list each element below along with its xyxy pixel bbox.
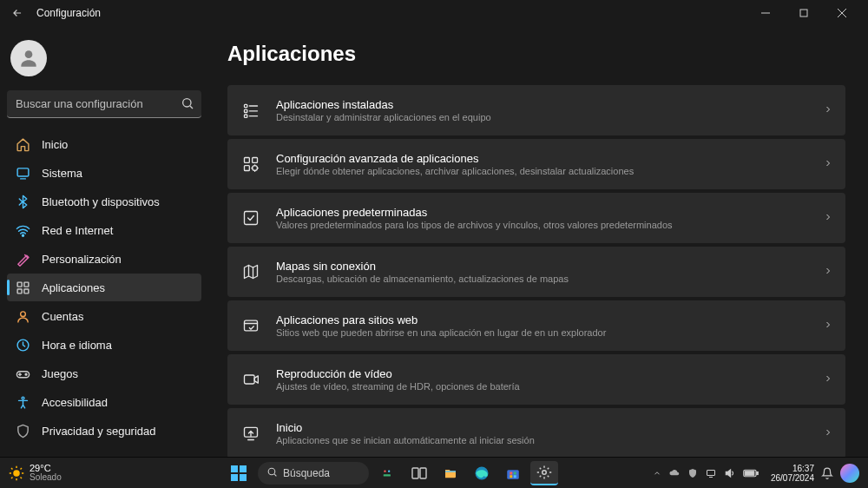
- startup-icon: [240, 422, 262, 445]
- system-tray[interactable]: [653, 467, 759, 479]
- battery-icon: [743, 469, 759, 478]
- svg-rect-28: [253, 158, 258, 163]
- sidebar-item-time[interactable]: Hora e idioma: [7, 331, 201, 359]
- home-icon: [14, 135, 31, 153]
- sidebar-item-label: Hora e idioma: [42, 339, 112, 352]
- chevron-right-icon: [823, 373, 833, 386]
- svg-point-39: [13, 470, 20, 477]
- taskbar: 29°C Soleado Búsqueda: [0, 457, 868, 488]
- settings-taskbar-button[interactable]: [530, 461, 558, 485]
- svg-rect-64: [514, 475, 516, 478]
- taskbar-search[interactable]: Búsqueda: [258, 462, 369, 485]
- svg-line-46: [11, 477, 13, 478]
- sidebar-item-network[interactable]: Red e Internet: [7, 216, 201, 244]
- svg-point-30: [253, 166, 258, 171]
- explorer-button[interactable]: [437, 461, 464, 485]
- sidebar-item-gaming[interactable]: Juegos: [7, 359, 201, 387]
- onedrive-icon: [668, 467, 681, 479]
- svg-line-45: [21, 477, 23, 478]
- maps-icon: [240, 260, 262, 283]
- card-startup[interactable]: InicioAplicaciones que se inician automá…: [227, 408, 845, 457]
- sidebar-item-label: Red e Internet: [42, 224, 113, 237]
- apps-icon: [14, 279, 31, 296]
- card-video[interactable]: Reproducción de vídeoAjustes de vídeo, s…: [227, 354, 845, 405]
- user-section[interactable]: [7, 33, 201, 87]
- sidebar-item-personal[interactable]: Personalización: [7, 245, 201, 273]
- card-list: Aplicaciones instaladasDesinstalar y adm…: [227, 85, 845, 457]
- sidebar-item-access[interactable]: Accesibilidad: [7, 388, 201, 416]
- minimize-button[interactable]: [746, 0, 785, 26]
- chevron-right-icon: [823, 158, 833, 171]
- svg-rect-23: [245, 109, 247, 112]
- defender-icon: [687, 467, 698, 479]
- search-input[interactable]: [7, 90, 201, 118]
- svg-rect-63: [510, 475, 512, 478]
- svg-rect-51: [240, 474, 247, 481]
- svg-rect-31: [245, 212, 258, 225]
- notification-icon[interactable]: [821, 467, 833, 479]
- widgets-button[interactable]: [405, 461, 433, 485]
- sidebar-item-bluetooth[interactable]: Bluetooth y dispositivos: [7, 188, 201, 215]
- card-title: Inicio: [276, 421, 823, 434]
- copilot-button[interactable]: [840, 464, 859, 483]
- card-desc: Valores predeterminados para los tipos d…: [276, 220, 823, 230]
- chevron-right-icon: [823, 266, 833, 279]
- card-installed[interactable]: Aplicaciones instaladasDesinstalar y adm…: [227, 85, 845, 135]
- svg-rect-48: [231, 465, 238, 472]
- svg-rect-25: [245, 115, 247, 117]
- svg-rect-12: [17, 288, 22, 293]
- sidebar-item-privacy[interactable]: Privacidad y seguridad: [7, 417, 201, 445]
- search-icon: [266, 465, 278, 481]
- store-button[interactable]: [499, 461, 527, 485]
- taskbar-search-label: Búsqueda: [283, 467, 330, 479]
- svg-rect-60: [507, 470, 519, 479]
- card-websites[interactable]: Aplicaciones para sitios webSitios web q…: [227, 300, 845, 351]
- task-view-button[interactable]: [374, 461, 402, 485]
- svg-rect-61: [510, 472, 512, 474]
- search-box[interactable]: [7, 90, 201, 118]
- svg-point-20: [22, 397, 24, 399]
- card-maps[interactable]: Mapas sin conexiónDescargas, ubicación d…: [227, 247, 845, 297]
- svg-point-5: [183, 99, 191, 107]
- chevron-right-icon: [823, 212, 833, 225]
- card-desc: Descargas, ubicación de almacenamiento, …: [276, 274, 823, 284]
- svg-line-53: [274, 473, 276, 475]
- privacy-icon: [14, 422, 31, 439]
- maximize-button[interactable]: [785, 0, 823, 26]
- card-defaults[interactable]: Aplicaciones predeterminadasValores pred…: [227, 193, 845, 243]
- svg-line-6: [190, 106, 193, 109]
- svg-rect-70: [745, 471, 754, 475]
- websites-icon: [240, 314, 262, 337]
- chevron-right-icon: [823, 320, 833, 333]
- clock[interactable]: 16:37 26/07/2024: [771, 464, 814, 483]
- card-advanced[interactable]: Configuración avanzada de aplicacionesEl…: [227, 139, 845, 189]
- sidebar-item-label: Cuentas: [42, 310, 83, 323]
- sidebar-item-label: Juegos: [42, 367, 78, 380]
- sidebar-item-home[interactable]: Inicio: [7, 130, 201, 158]
- video-icon: [240, 368, 262, 391]
- svg-rect-27: [245, 158, 250, 163]
- card-desc: Ajustes de vídeo, streaming de HDR, opci…: [276, 381, 823, 392]
- start-button[interactable]: [225, 461, 253, 485]
- sidebar-item-label: Bluetooth y dispositivos: [42, 195, 160, 208]
- sidebar-item-system[interactable]: Sistema: [7, 159, 201, 187]
- svg-point-14: [20, 311, 25, 316]
- edge-button[interactable]: [468, 461, 496, 485]
- sidebar: InicioSistemaBluetooth y dispositivosRed…: [0, 26, 205, 457]
- card-title: Reproducción de vídeo: [276, 367, 823, 380]
- sidebar-item-label: Privacidad y seguridad: [42, 425, 156, 438]
- card-title: Mapas sin conexión: [276, 260, 823, 273]
- main-panel: Aplicaciones Aplicaciones instaladasDesi…: [205, 26, 868, 457]
- svg-point-9: [22, 234, 23, 236]
- sidebar-item-accounts[interactable]: Cuentas: [7, 302, 201, 330]
- sidebar-item-apps[interactable]: Aplicaciones: [7, 274, 201, 301]
- sidebar-item-update[interactable]: Windows Update: [7, 445, 201, 450]
- back-button[interactable]: [7, 3, 28, 23]
- sidebar-item-label: Personalización: [42, 253, 122, 266]
- avatar: [10, 40, 47, 76]
- close-button[interactable]: [823, 0, 861, 26]
- svg-rect-11: [23, 282, 28, 287]
- weather-cond: Soleado: [30, 473, 62, 482]
- weather-widget[interactable]: 29°C Soleado: [0, 464, 130, 482]
- card-title: Aplicaciones instaladas: [276, 98, 823, 111]
